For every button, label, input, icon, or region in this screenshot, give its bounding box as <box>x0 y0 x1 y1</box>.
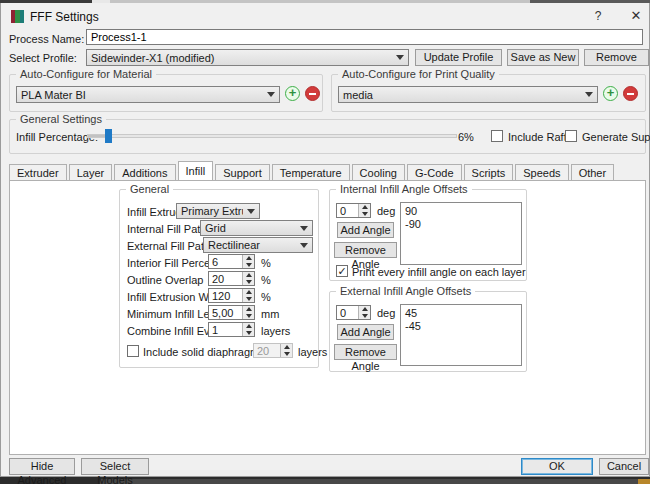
list-item[interactable]: -45 <box>405 320 521 333</box>
material-select[interactable]: PLA Mater BI <box>16 86 280 103</box>
help-icon[interactable]: ? <box>589 8 607 24</box>
remove-quality-icon[interactable] <box>623 86 638 101</box>
tab-layer[interactable]: Layer <box>69 164 113 180</box>
external-fill-pattern-select[interactable]: Rectilinear <box>203 237 313 253</box>
combine-infill-every-value: 1 <box>209 323 242 336</box>
spin-down-icon[interactable] <box>243 262 254 269</box>
infill-extrusion-width-stepper[interactable]: 120 <box>208 288 255 303</box>
list-item[interactable]: 90 <box>405 205 521 218</box>
spin-down-icon[interactable] <box>243 330 254 337</box>
list-item[interactable]: 45 <box>405 307 521 320</box>
auto-configure-quality-title: Auto-Configure for Print Quality <box>338 68 499 80</box>
interior-fill-percentage-unit: % <box>261 257 271 269</box>
include-raft-label: Include Raft <box>508 131 567 143</box>
outline-overlap-unit: % <box>261 274 271 286</box>
internal-fill-pattern-select[interactable]: Grid <box>200 220 313 236</box>
chevron-down-icon <box>300 226 308 231</box>
quality-select[interactable]: media <box>338 86 598 103</box>
spin-down-icon[interactable] <box>243 313 254 320</box>
chevron-down-icon <box>585 92 593 97</box>
internal-angle-unit: deg <box>377 205 395 217</box>
process-name-input[interactable] <box>86 29 643 45</box>
general-settings-group: General Settings Infill Percentage: 6% I… <box>9 119 646 154</box>
infill-percentage-slider-handle[interactable] <box>105 129 112 143</box>
background-strip-segment <box>100 479 638 484</box>
profile-select[interactable]: Sidewinder-X1 (modified) <box>86 49 409 66</box>
solid-diaphragm-unit: layers <box>298 346 327 358</box>
general-group: General Infill Extruder Primary Extruder… <box>119 189 319 368</box>
solid-diaphragm-checkbox[interactable] <box>127 345 139 357</box>
minimum-infill-length-unit: mm <box>261 308 279 320</box>
external-angles-list[interactable]: 45 -45 <box>400 304 522 366</box>
include-raft-checkbox[interactable] <box>491 130 503 142</box>
infill-tab-panel: General Infill Extruder Primary Extruder… <box>9 180 646 455</box>
minimum-infill-length-stepper[interactable]: 5,00 <box>208 305 255 320</box>
tab-support[interactable]: Support <box>215 164 270 180</box>
generate-support-label: Generate Support <box>582 131 650 143</box>
tab-gcode[interactable]: G-Code <box>407 164 462 180</box>
solid-diaphragm-stepper: 20 <box>253 343 293 358</box>
outline-overlap-value: 20 <box>209 272 242 285</box>
spin-down-icon[interactable] <box>359 211 370 218</box>
close-icon[interactable]: ✕ <box>627 8 645 24</box>
spin-down-icon[interactable] <box>359 313 370 320</box>
tab-scripts[interactable]: Scripts <box>464 164 514 180</box>
tab-other[interactable]: Other <box>571 164 615 180</box>
infill-extruder-select[interactable]: Primary Extruder <box>176 203 260 219</box>
cancel-button[interactable]: Cancel <box>599 458 649 475</box>
fff-settings-dialog: FFF Settings ? ✕ Process Name: Select Pr… <box>0 3 650 477</box>
external-add-angle-button[interactable]: Add Angle <box>337 324 394 340</box>
tab-extruder[interactable]: Extruder <box>9 164 67 180</box>
title-bar[interactable]: FFF Settings ? ✕ <box>1 3 649 29</box>
hide-advanced-button[interactable]: Hide Advanced <box>9 458 75 475</box>
add-quality-icon[interactable]: + <box>603 86 618 101</box>
interior-fill-percentage-stepper[interactable]: 6 <box>208 254 255 269</box>
auto-configure-quality-group: Auto-Configure for Print Quality media + <box>331 74 646 112</box>
generate-support-checkbox[interactable] <box>565 130 577 142</box>
spin-down-icon[interactable] <box>243 279 254 286</box>
tab-additions[interactable]: Additions <box>114 164 175 180</box>
solid-diaphragm-value: 20 <box>254 344 280 357</box>
external-infill-angle-offsets-group: External Infill Angle Offsets 0 deg 45 -… <box>329 291 527 372</box>
internal-angle-stepper[interactable]: 0 <box>336 203 371 218</box>
add-material-icon[interactable]: + <box>285 86 300 101</box>
infill-percentage-value: 6% <box>458 131 474 143</box>
tab-speeds[interactable]: Speeds <box>515 164 568 180</box>
save-as-new-button[interactable]: Save as New <box>507 49 579 66</box>
chevron-down-icon <box>396 55 404 60</box>
remove-profile-button[interactable]: Remove <box>584 49 649 66</box>
tab-cooling[interactable]: Cooling <box>352 164 405 180</box>
list-item[interactable]: -90 <box>405 218 521 231</box>
spin-down-icon <box>281 351 292 358</box>
tab-infill[interactable]: Infill <box>178 161 214 180</box>
auto-configure-material-title: Auto-Configure for Material <box>16 68 156 80</box>
internal-add-angle-button[interactable]: Add Angle <box>337 222 394 238</box>
internal-offsets-title: Internal Infill Angle Offsets <box>336 183 472 195</box>
internal-angles-list[interactable]: 90 -90 <box>400 202 522 265</box>
chevron-down-icon <box>267 92 275 97</box>
internal-remove-angle-button[interactable]: Remove Angle <box>334 242 397 258</box>
print-every-infill-angle-checkbox[interactable]: ✓ <box>336 265 348 277</box>
minimum-infill-length-value: 5,00 <box>209 306 242 319</box>
remove-material-icon[interactable] <box>305 86 320 101</box>
select-models-button[interactable]: Select Models <box>81 458 149 475</box>
infill-percentage-slider[interactable] <box>87 134 457 138</box>
spin-down-icon[interactable] <box>243 296 254 303</box>
chevron-down-icon <box>247 209 255 214</box>
infill-percentage-label: Infill Percentage: <box>16 131 98 143</box>
ok-button[interactable]: OK <box>521 458 593 475</box>
tab-temperature[interactable]: Temperature <box>272 164 350 180</box>
combine-infill-every-stepper[interactable]: 1 <box>208 322 255 337</box>
external-angle-value: 0 <box>337 306 358 319</box>
simplify3d-logo-icon <box>11 10 24 23</box>
outline-overlap-stepper[interactable]: 20 <box>208 271 255 286</box>
external-angle-unit: deg <box>377 307 395 319</box>
process-name-label: Process Name: <box>9 33 84 45</box>
update-profile-button[interactable]: Update Profile <box>415 49 502 66</box>
auto-configure-material-group: Auto-Configure for Material PLA Mater BI… <box>9 74 323 112</box>
external-remove-angle-button[interactable]: Remove Angle <box>334 344 397 360</box>
settings-tab-bar: Extruder Layer Additions Infill Support … <box>9 161 646 180</box>
external-offsets-title: External Infill Angle Offsets <box>336 285 475 297</box>
external-angle-stepper[interactable]: 0 <box>336 305 371 320</box>
interior-fill-percentage-value: 6 <box>209 255 242 268</box>
